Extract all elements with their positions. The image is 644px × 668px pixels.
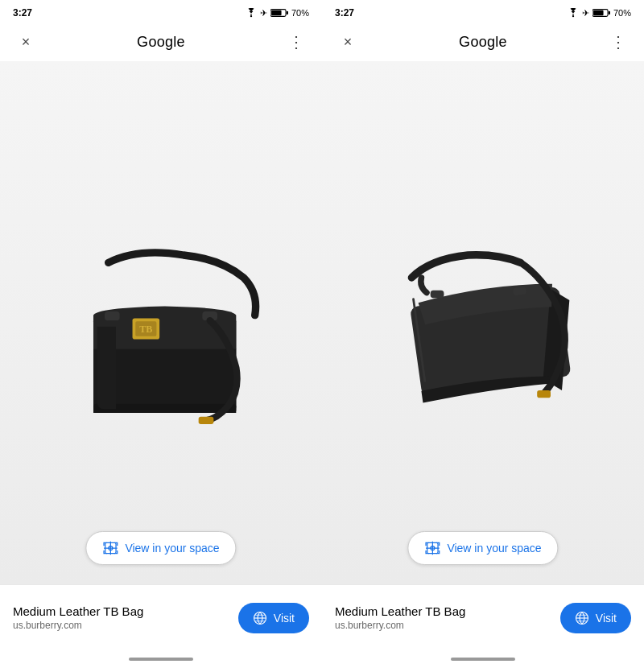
svg-rect-19 bbox=[609, 11, 610, 14]
product-info-2: Medium Leather TB Bag us.burberry.com bbox=[335, 604, 465, 631]
svg-rect-18 bbox=[593, 10, 603, 16]
svg-rect-3 bbox=[287, 11, 288, 14]
status-time-2: 3:27 bbox=[335, 7, 354, 19]
nav-bar-1: × Google ⋮ bbox=[0, 23, 322, 61]
product-name-2: Medium Leather TB Bag bbox=[335, 604, 465, 618]
svg-rect-10 bbox=[105, 311, 120, 320]
product-url-2: us.burberry.com bbox=[335, 620, 465, 631]
product-url-1: us.burberry.com bbox=[13, 620, 143, 631]
svg-rect-21 bbox=[537, 390, 551, 398]
ar-view-1: TB View in your space bbox=[0, 61, 322, 584]
more-button-1[interactable]: ⋮ bbox=[283, 29, 309, 55]
view-space-label-2: View in your space bbox=[447, 542, 541, 555]
airplane-icon-2: ✈ bbox=[582, 8, 589, 19]
status-time-1: 3:27 bbox=[13, 7, 32, 19]
nav-title-1: Google bbox=[137, 34, 185, 51]
phone-screen-1: 3:27 ✈ 70% × Google ⋮ bbox=[0, 0, 322, 668]
battery-text-1: 70% bbox=[291, 8, 309, 18]
battery-icon-2 bbox=[592, 8, 610, 18]
airplane-icon: ✈ bbox=[260, 8, 267, 19]
home-indicator-2 bbox=[322, 650, 644, 668]
svg-rect-22 bbox=[431, 291, 444, 298]
close-button-1[interactable]: × bbox=[13, 29, 39, 55]
view-in-space-button-1[interactable]: View in your space bbox=[85, 531, 236, 565]
wifi-icon-2 bbox=[568, 8, 579, 18]
svg-point-16 bbox=[572, 15, 574, 17]
visit-label-1: Visit bbox=[274, 612, 295, 625]
wifi-icon bbox=[246, 8, 257, 18]
view-in-space-button-2[interactable]: View in your space bbox=[407, 531, 558, 565]
bag-image-1: TB bbox=[48, 210, 274, 435]
close-button-2[interactable]: × bbox=[335, 29, 361, 55]
globe-icon-2 bbox=[575, 611, 589, 625]
status-icons-2: ✈ 70% bbox=[568, 8, 631, 19]
product-name-1: Medium Leather TB Bag bbox=[13, 604, 143, 618]
globe-icon-1 bbox=[253, 611, 267, 625]
status-bar-2: 3:27 ✈ 70% bbox=[322, 0, 644, 23]
svg-rect-2 bbox=[271, 10, 281, 16]
info-bar-1: Medium Leather TB Bag us.burberry.com Vi… bbox=[0, 584, 322, 650]
info-bar-2: Medium Leather TB Bag us.burberry.com Vi… bbox=[322, 584, 644, 650]
status-bar-1: 3:27 ✈ 70% bbox=[0, 0, 322, 23]
view-space-label-1: View in your space bbox=[125, 542, 219, 555]
svg-text:TB: TB bbox=[139, 324, 152, 335]
battery-text-2: 70% bbox=[613, 8, 631, 18]
nav-title-2: Google bbox=[459, 34, 507, 51]
visit-label-2: Visit bbox=[596, 612, 617, 625]
visit-button-2[interactable]: Visit bbox=[560, 603, 631, 633]
more-button-2[interactable]: ⋮ bbox=[605, 29, 631, 55]
ar-view-2: View in your space bbox=[322, 61, 644, 584]
home-bar-2 bbox=[451, 658, 515, 661]
svg-rect-12 bbox=[199, 417, 214, 424]
ar-icon-1 bbox=[102, 540, 118, 556]
nav-bar-2: × Google ⋮ bbox=[322, 23, 644, 61]
status-icons-1: ✈ 70% bbox=[246, 8, 309, 19]
home-bar-1 bbox=[129, 658, 193, 661]
home-indicator-1 bbox=[0, 650, 322, 668]
battery-icon-1 bbox=[270, 8, 288, 18]
product-info-1: Medium Leather TB Bag us.burberry.com bbox=[13, 604, 143, 631]
bag-image-2 bbox=[370, 210, 596, 435]
visit-button-1[interactable]: Visit bbox=[238, 603, 309, 633]
svg-point-0 bbox=[250, 15, 252, 17]
phone-screen-2: 3:27 ✈ 70% × Google ⋮ bbox=[322, 0, 644, 668]
ar-icon-2 bbox=[424, 540, 440, 556]
